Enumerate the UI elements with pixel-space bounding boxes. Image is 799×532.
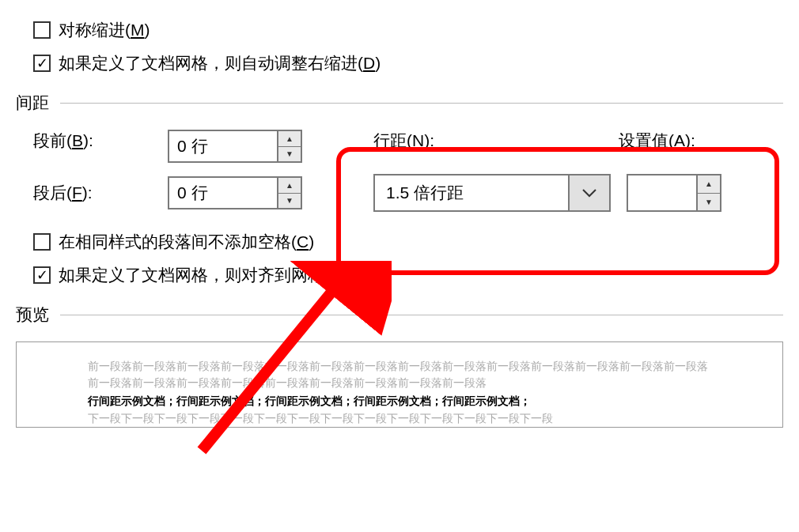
before-label: 段前(B):: [33, 130, 168, 163]
setat-down-button[interactable]: ▼: [698, 194, 720, 211]
line-spacing-label: 行距(N):: [373, 130, 619, 163]
preview-header: 预览: [16, 304, 783, 326]
snap-row[interactable]: 如果定义了文档网格，则对齐到网格(W): [33, 264, 783, 286]
before-down-button[interactable]: ▼: [278, 147, 301, 162]
nospace-checkbox[interactable]: [33, 233, 51, 251]
before-up-button[interactable]: ▲: [278, 131, 301, 147]
after-value[interactable]: 0 行: [169, 178, 277, 208]
autogrid-indent-label: 如果定义了文档网格，则自动调整右缩进(D): [59, 52, 381, 74]
setat-label: 设置值(A):: [619, 130, 799, 163]
setat-up-button[interactable]: ▲: [698, 175, 720, 194]
before-value[interactable]: 0 行: [169, 131, 277, 161]
line-spacing-value[interactable]: 1.5 倍行距: [375, 175, 568, 210]
after-spinner[interactable]: 0 行 ▲▼: [168, 176, 302, 209]
preview-sample-text: 行间距示例文档；行间距示例文档；行间距示例文档；行间距示例文档；行间距示例文档；: [88, 393, 711, 410]
after-label: 段后(F):: [33, 182, 168, 204]
nospace-label: 在相同样式的段落间不添加空格(C): [59, 231, 314, 253]
snap-checkbox[interactable]: [33, 266, 51, 284]
mirror-indent-checkbox[interactable]: [33, 21, 51, 39]
mirror-indent-label: 对称缩进(M): [59, 19, 150, 41]
line-spacing-dropdown[interactable]: 1.5 倍行距: [373, 174, 611, 212]
after-up-button[interactable]: ▲: [278, 178, 301, 194]
preview-panel: 前一段落前一段落前一段落前一段落前一段落前一段落前一段落前一段落前一段落前一段落…: [16, 341, 783, 428]
spacing-header: 间距: [16, 92, 783, 114]
after-down-button[interactable]: ▼: [278, 194, 301, 209]
snap-label: 如果定义了文档网格，则对齐到网格(W): [59, 264, 351, 286]
nospace-row[interactable]: 在相同样式的段落间不添加空格(C): [33, 231, 783, 253]
setat-spinner[interactable]: ▲▼: [627, 174, 721, 212]
before-spinner[interactable]: 0 行 ▲▼: [168, 130, 302, 163]
autogrid-indent-row[interactable]: 如果定义了文档网格，则自动调整右缩进(D): [33, 52, 783, 74]
dropdown-arrow-icon[interactable]: [568, 175, 609, 210]
preview-prev-paragraph: 前一段落前一段落前一段落前一段落前一段落前一段落前一段落前一段落前一段落前一段落…: [88, 358, 711, 391]
mirror-indent-row[interactable]: 对称缩进(M): [33, 19, 783, 41]
setat-value[interactable]: [628, 175, 696, 210]
autogrid-indent-checkbox[interactable]: [33, 55, 51, 72]
preview-next-paragraph: 下一段下一段下一段下一段下一段下一段下一段下一段下一段下一段下一段下一段下一段下…: [88, 410, 711, 427]
